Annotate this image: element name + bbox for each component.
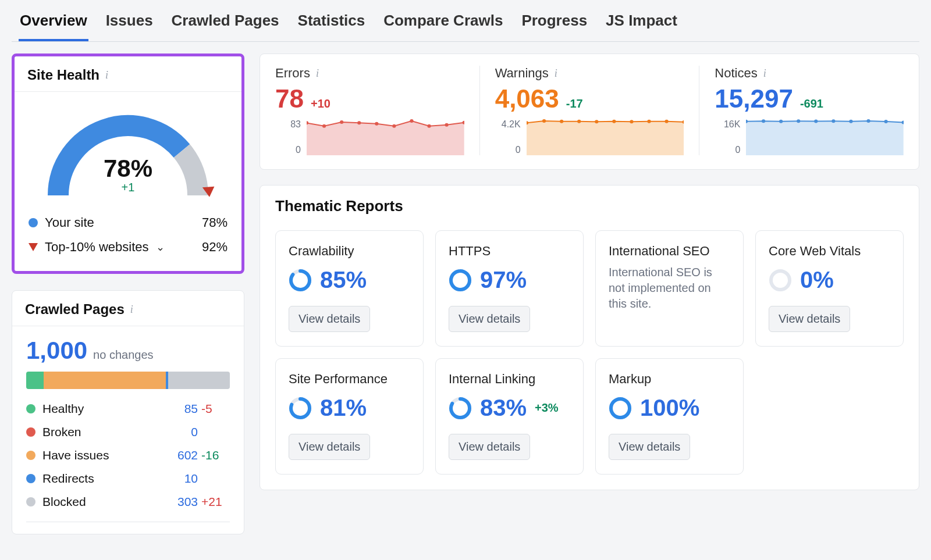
thematic-card-title: Core Web Vitals — [769, 244, 890, 259]
info-icon[interactable]: i — [555, 67, 557, 80]
dot-icon — [26, 474, 35, 483]
svg-point-22 — [779, 120, 783, 123]
thematic-delta: +3% — [535, 401, 559, 415]
thematic-card-title: Site Performance — [289, 372, 410, 387]
info-icon[interactable]: i — [763, 67, 766, 80]
metric-notices: Notices i15,297-69116K0 — [699, 66, 904, 155]
dot-icon — [26, 427, 35, 437]
view-details-button[interactable]: View details — [449, 306, 530, 332]
svg-point-41 — [611, 399, 630, 418]
tab-compare-crawls[interactable]: Compare Crawls — [382, 12, 504, 41]
crawled-count[interactable]: 1,000 — [26, 337, 87, 365]
info-icon[interactable]: i — [130, 304, 133, 316]
dot-icon — [26, 451, 35, 460]
bar-segment-blocked[interactable] — [168, 372, 230, 389]
thematic-pct: 0% — [800, 267, 834, 293]
thematic-card-core-web-vitals: Core Web Vitals0%View details — [755, 230, 904, 347]
thematic-card-title: Crawlability — [289, 244, 410, 259]
thematic-card-international-seo: International SEOInternational SEO is no… — [595, 230, 744, 347]
svg-point-4 — [375, 122, 378, 126]
tab-issues[interactable]: Issues — [105, 12, 154, 41]
view-details-button[interactable]: View details — [289, 434, 370, 460]
progress-ring-icon — [609, 397, 632, 420]
tab-js-impact[interactable]: JS Impact — [605, 12, 678, 41]
thematic-message: International SEO is not implemented on … — [609, 265, 730, 312]
crawled-distribution-bar — [26, 372, 230, 389]
progress-ring-icon — [769, 269, 792, 292]
thematic-card-https: HTTPS97%View details — [435, 230, 584, 347]
view-details-button[interactable]: View details — [449, 434, 530, 460]
progress-ring-icon — [289, 269, 312, 292]
site-health-title: Site Health — [27, 67, 100, 83]
dot-icon — [26, 404, 35, 413]
svg-point-27 — [867, 119, 870, 123]
thematic-pct: 83% — [480, 395, 527, 421]
crawled-pages-title: Crawled Pages — [25, 301, 125, 318]
metric-delta: -17 — [566, 97, 583, 110]
crawled-row-redirects[interactable]: Redirects10 — [26, 467, 230, 490]
thematic-title: Thematic Reports — [260, 186, 919, 219]
chevron-down-icon: ⌄ — [156, 241, 165, 254]
svg-point-1 — [322, 124, 326, 128]
gauge-delta: +1 — [41, 181, 215, 194]
top-metrics-card: Errors i78+10830Warnings i4,063-174.2K0N… — [260, 53, 919, 170]
svg-point-2 — [340, 120, 343, 124]
thematic-reports-card: Thematic Reports Crawlability85%View det… — [260, 185, 919, 490]
thematic-card-internal-linking: Internal Linking83%+3%View details — [435, 358, 584, 475]
tab-crawled-pages[interactable]: Crawled Pages — [170, 12, 280, 41]
svg-point-12 — [560, 120, 563, 123]
crawled-row-blocked[interactable]: Blocked303+21 — [26, 490, 230, 513]
metric-warnings: Warnings i4,063-174.2K0 — [480, 66, 700, 155]
sparkline-warnings — [527, 119, 684, 155]
dot-icon — [26, 497, 35, 507]
svg-point-3 — [357, 121, 361, 124]
svg-point-11 — [542, 119, 546, 123]
nav-tabs: OverviewIssuesCrawled PagesStatisticsCom… — [12, 0, 919, 42]
legend-top10-dropdown[interactable]: Top-10% websites ⌄ 92% — [29, 235, 228, 259]
dot-icon — [29, 218, 38, 227]
view-details-button[interactable]: View details — [769, 306, 850, 332]
thematic-card-crawlability: Crawlability85%View details — [275, 230, 424, 347]
svg-point-34 — [771, 271, 790, 290]
sparkline-notices — [746, 119, 904, 155]
svg-point-5 — [392, 124, 396, 128]
bar-segment-have-issues[interactable] — [44, 372, 166, 389]
view-details-button[interactable]: View details — [609, 434, 690, 460]
view-details-button[interactable]: View details — [289, 306, 370, 332]
crawled-row-broken[interactable]: Broken0 — [26, 420, 230, 444]
crawled-pages-card: Crawled Pages i 1,000 no changes Healthy… — [12, 290, 244, 534]
crawled-row-have-issues[interactable]: Have issues602-16 — [26, 444, 230, 467]
sparkline-errors — [307, 119, 464, 155]
metric-value[interactable]: 4,063 — [495, 84, 559, 113]
tab-statistics[interactable]: Statistics — [297, 12, 367, 41]
thematic-card-markup: Markup100%View details — [595, 358, 744, 475]
svg-point-21 — [762, 119, 765, 123]
legend-your-site: Your site 78% — [29, 211, 228, 235]
triangle-down-icon — [29, 243, 38, 251]
site-health-card: Site Health i 78% +1 Your sit — [12, 53, 244, 274]
thematic-pct: 100% — [640, 395, 699, 421]
crawled-row-healthy[interactable]: Healthy85-5 — [26, 397, 230, 420]
info-icon[interactable]: i — [316, 67, 319, 80]
svg-point-23 — [797, 119, 800, 123]
thematic-card-title: Markup — [609, 372, 730, 387]
svg-point-31 — [291, 271, 310, 290]
svg-point-15 — [612, 120, 616, 123]
thematic-pct: 81% — [320, 395, 367, 421]
svg-point-7 — [427, 124, 431, 128]
metric-value[interactable]: 15,297 — [715, 84, 793, 113]
progress-ring-icon — [449, 397, 472, 420]
tab-progress[interactable]: Progress — [520, 12, 588, 41]
progress-ring-icon — [289, 397, 312, 420]
metric-errors: Errors i78+10830 — [275, 66, 480, 155]
info-icon[interactable]: i — [105, 69, 108, 81]
metric-delta: -691 — [800, 97, 823, 110]
tab-overview[interactable]: Overview — [19, 12, 88, 41]
svg-point-25 — [832, 119, 836, 123]
thematic-card-title: Internal Linking — [449, 372, 570, 387]
thematic-pct: 85% — [320, 267, 367, 293]
svg-point-16 — [630, 120, 633, 123]
metric-value[interactable]: 78 — [275, 84, 304, 113]
thematic-card-site-performance: Site Performance81%View details — [275, 358, 424, 475]
bar-segment-healthy[interactable] — [26, 372, 44, 389]
